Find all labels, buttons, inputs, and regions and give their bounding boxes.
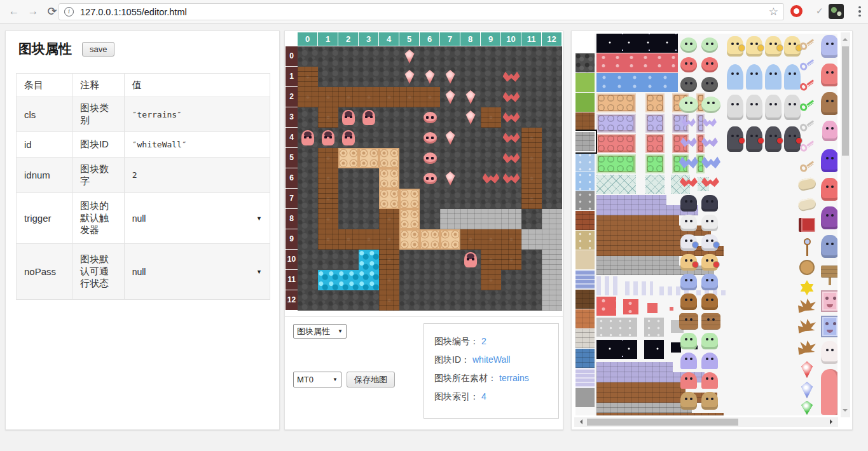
scroll-left-icon[interactable] [577, 419, 582, 424]
map-cell-3-10[interactable] [359, 250, 379, 270]
palette-tile[interactable] [645, 134, 665, 153]
map-cell-10-10[interactable] [501, 250, 521, 270]
palette-tile[interactable] [680, 77, 697, 92]
map-cell-9-0[interactable] [481, 46, 501, 67]
map-cell-5-0[interactable] [399, 46, 420, 67]
map-cell-8-10[interactable] [460, 250, 481, 270]
horizontal-scroll-thumb[interactable] [587, 419, 738, 426]
horizontal-scrollbar[interactable] [574, 417, 838, 427]
url-text[interactable]: 127.0.0.1:1055/editor.html [80, 7, 769, 17]
map-cell-7-6[interactable] [440, 168, 460, 189]
palette-tile[interactable] [596, 134, 636, 153]
map-cell-1-2[interactable] [318, 87, 338, 107]
prop-value-cls[interactable]: ″terrains″ [124, 97, 270, 132]
map-cell-1-3[interactable] [318, 107, 338, 128]
map-cell-4-11[interactable] [379, 270, 399, 290]
map-cell-12-10[interactable] [542, 250, 562, 270]
map-cell-6-7[interactable] [420, 189, 440, 209]
map-cell-4-1[interactable] [379, 67, 399, 87]
map-cell-8-8[interactable] [460, 209, 481, 229]
map-cell-7-7[interactable] [440, 189, 460, 209]
map-cell-8-5[interactable] [460, 148, 481, 168]
palette-tile[interactable] [680, 274, 697, 290]
map-cell-1-9[interactable] [318, 229, 338, 250]
map-cell-0-5[interactable] [298, 148, 318, 168]
map-cell-2-9[interactable] [338, 229, 359, 250]
map-cell-1-0[interactable] [318, 46, 338, 67]
palette-tile[interactable] [701, 57, 718, 72]
palette-tile[interactable] [701, 215, 718, 231]
map-cell-3-7[interactable] [359, 189, 379, 209]
palette-tile[interactable] [701, 333, 718, 349]
vertical-scroll-thumb[interactable] [842, 46, 849, 156]
palette-tile[interactable] [575, 349, 595, 368]
map-cell-4-5[interactable] [379, 148, 399, 168]
map-cell-7-0[interactable] [440, 46, 460, 67]
floor-select[interactable]: MT0▼ [293, 372, 341, 387]
map-cell-7-3[interactable] [440, 107, 460, 128]
map-cell-9-4[interactable] [481, 128, 501, 148]
map-cell-9-7[interactable] [481, 189, 501, 209]
map-cell-6-9[interactable] [420, 229, 440, 250]
palette-tile[interactable] [701, 313, 720, 330]
palette-tile[interactable] [701, 392, 718, 410]
map-cell-0-9[interactable] [298, 229, 318, 250]
palette-tile[interactable] [798, 319, 816, 334]
map-cell-3-11[interactable] [359, 270, 379, 290]
palette-tile[interactable] [701, 234, 718, 251]
palette-tile[interactable] [821, 341, 837, 364]
palette-tile[interactable] [727, 36, 743, 57]
extension-red-icon[interactable] [790, 5, 803, 17]
palette-tile[interactable] [575, 53, 595, 72]
palette-tile[interactable] [821, 178, 837, 201]
palette-tile[interactable] [625, 281, 653, 295]
palette-tile[interactable] [701, 372, 718, 389]
map-cell-5-3[interactable] [399, 107, 420, 128]
palette-tile[interactable] [645, 93, 665, 112]
map-cell-5-10[interactable] [399, 250, 420, 270]
palette-tile[interactable] [680, 37, 697, 53]
palette-tile[interactable] [645, 114, 665, 133]
map-cell-0-11[interactable] [298, 270, 318, 290]
map-cell-3-2[interactable] [359, 87, 379, 107]
map-cell-2-12[interactable] [338, 290, 359, 311]
map-cell-8-7[interactable] [460, 189, 481, 209]
map-cell-3-8[interactable] [359, 209, 379, 229]
palette-tile[interactable] [575, 172, 595, 191]
palette-tile[interactable] [821, 64, 837, 86]
palette-tile[interactable] [801, 361, 813, 378]
palette-tile[interactable] [821, 92, 837, 115]
map-cell-11-2[interactable] [521, 87, 542, 107]
refresh-icon[interactable]: ⟳ [45, 4, 60, 19]
map-cell-7-5[interactable] [440, 148, 460, 168]
map-cell-5-7[interactable] [399, 189, 420, 209]
map-cell-12-0[interactable] [542, 46, 562, 67]
map-cell-11-4[interactable] [521, 128, 542, 148]
map-cell-2-11[interactable] [338, 270, 359, 290]
map-cell-11-8[interactable] [521, 209, 542, 229]
map-cell-7-4[interactable] [440, 128, 460, 148]
palette-tile[interactable] [821, 264, 837, 285]
palette-tile[interactable] [596, 236, 692, 246]
palette-tile[interactable] [801, 401, 813, 415]
map-cell-6-5[interactable] [420, 148, 440, 168]
map-cell-8-9[interactable] [460, 229, 481, 250]
map-cell-8-4[interactable] [460, 128, 481, 148]
info-value[interactable]: terrains [499, 373, 529, 383]
palette-tile[interactable] [575, 368, 595, 387]
map-cell-2-4[interactable] [338, 128, 359, 148]
map-cell-12-7[interactable] [542, 189, 562, 209]
map-cell-1-5[interactable] [318, 148, 338, 168]
browser-menu-icon[interactable] [855, 4, 864, 18]
palette-tile[interactable] [821, 149, 837, 172]
map-cell-3-1[interactable] [359, 67, 379, 87]
map-cell-4-2[interactable] [379, 87, 399, 107]
address-bar[interactable]: i 127.0.0.1:1055/editor.html ☆ [59, 3, 784, 20]
palette-tile[interactable] [701, 77, 718, 92]
map-cell-1-1[interactable] [318, 67, 338, 87]
palette-tile[interactable] [701, 97, 720, 113]
palette-tile[interactable] [596, 215, 679, 226]
palette-tile[interactable] [821, 316, 837, 337]
palette-tile[interactable] [596, 276, 618, 295]
palette-tile[interactable] [645, 175, 665, 194]
